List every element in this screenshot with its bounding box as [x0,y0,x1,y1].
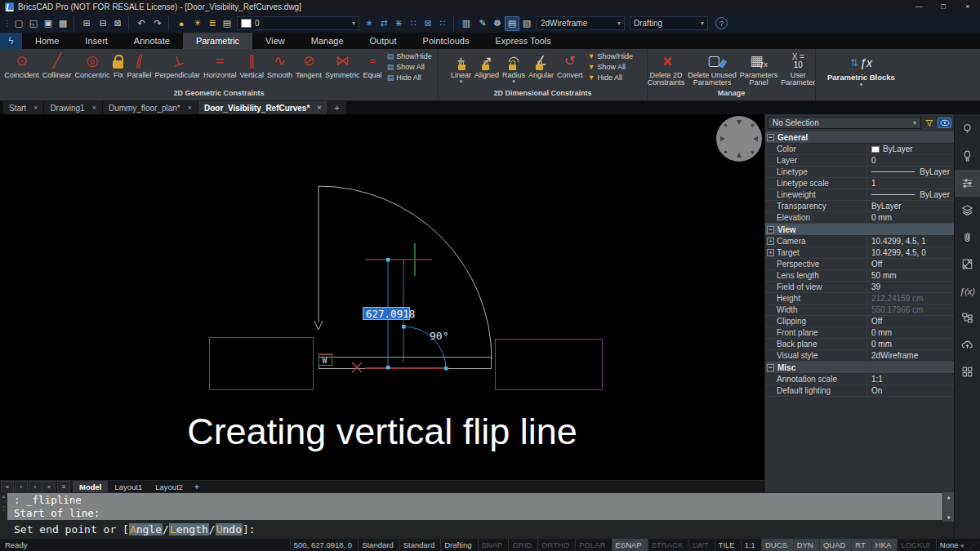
toolbar-icon[interactable]: ∷ [435,16,450,31]
first-layout-button[interactable]: « [1,481,14,493]
attachments-paperclip-icon[interactable] [955,224,980,251]
new-document-tab-button[interactable]: + [328,101,346,114]
hotair-balloon-icon[interactable] [955,143,980,170]
manage-button[interactable]: ▦ƒx Parameters Panel [738,51,780,87]
command-prompt[interactable]: Set end point or [Angle/Length/Undo]: [7,522,942,536]
constraint-button[interactable]: ⊙ Coincident [2,51,41,79]
property-row[interactable]: + Camera 10.4299, 4.5, 1 [765,236,954,247]
properties-panel-icon[interactable] [955,170,980,197]
close-icon[interactable]: × [33,104,38,112]
property-row[interactable]: Back plane 0 mm [765,339,954,350]
status-toggle[interactable]: QUAD [819,539,851,551]
close-icon[interactable]: × [317,104,321,112]
ribbon-tab[interactable]: Manage [298,33,357,49]
hide-all-button[interactable]: ▼Hide All [588,73,633,82]
constraint-button[interactable]: ∥ Vertical [238,51,266,79]
toolbar-icon[interactable]: ↶ [128,16,150,31]
selection-dropdown[interactable]: No Selection ▾ [768,117,921,129]
ribbon-tab[interactable]: Output [357,33,410,49]
section-header[interactable]: − View [765,224,954,236]
toolbar-icon[interactable]: ◱ [26,16,41,31]
section-header[interactable]: − General [765,131,954,144]
ribbon-tab[interactable]: Pointclouds [410,33,483,49]
toolbar-icon[interactable]: ▣ [41,16,56,31]
status-toggle[interactable]: GRID [508,539,537,551]
dimension-value[interactable]: 627.0918 [366,308,415,320]
toolbar-icon[interactable]: ⊟ [96,16,110,31]
ribbon-tab[interactable]: Express Tools [482,33,564,49]
collapse-icon[interactable]: − [767,134,774,141]
toolbar-icon[interactable]: ▤ [505,16,519,31]
layout-tab[interactable]: Layout1 [108,481,149,493]
expand-icon[interactable]: + [767,249,774,256]
show-hide-button[interactable]: ▤Show/Hide [387,51,432,61]
manage-button[interactable]: ▢ Delete Unused Parameters [686,51,738,87]
status-toggle[interactable]: DUCS [761,539,793,551]
drawing-canvas[interactable]: 90° 627.0918 W Creating vertical flip li… [0,114,764,480]
grip[interactable] [386,366,390,370]
layers-icon[interactable] [955,197,980,224]
constraint-button[interactable]: ⊥ Perpendicular [153,51,202,79]
constraint-button[interactable]: ∿ Smooth [265,51,294,79]
navigation-compass[interactable] [716,116,762,162]
wall-left[interactable] [210,338,314,390]
ribbon-tab[interactable]: Parametric [183,33,252,49]
dimension-constraint-button[interactable]: ↗ Aligned ▾ [473,51,501,83]
workspace-dropdown[interactable]: Drafting ▾ [630,16,708,30]
add-layout-button[interactable]: + [189,482,204,491]
toolbar-icon[interactable]: ▧ [519,16,534,31]
status-toggle[interactable]: DYN [793,539,819,551]
close-icon[interactable]: × [2,494,5,500]
property-row[interactable]: Field of view 39 [765,282,954,293]
grip[interactable] [402,325,406,329]
ribbon-tab[interactable]: View [252,33,298,49]
collapse-icon[interactable]: − [767,364,774,371]
parameters-fx-icon[interactable]: ƒ(x) [955,278,980,304]
next-layout-button[interactable]: › [29,481,42,493]
status-toggle[interactable]: None▾ [936,539,967,551]
document-tab[interactable]: Dummy_floor_plan* × [103,101,198,114]
status-toggle[interactable]: ORTHO [537,539,575,551]
show-hide-button[interactable]: ▼Show/Hide [588,51,633,61]
toolbar-icon[interactable]: ⊠ [421,16,435,31]
toolbar-icon[interactable]: ∗ [362,16,376,31]
application-menu-button[interactable]: ϟ [0,33,22,49]
cloud-upload-icon[interactable] [955,331,980,358]
expand-icon[interactable]: + [767,238,774,245]
property-row[interactable]: Clipping Off [765,316,954,327]
constraint-button[interactable]: ⊘ Tangent [294,51,323,79]
property-row[interactable]: Perspective Off [765,259,954,270]
toolbar-icon[interactable]: ▤ [220,16,234,31]
toolbar-icon[interactable]: ● [168,16,190,31]
manage-button[interactable]: × Delete 2D Constraints [646,51,687,87]
constraint-button[interactable]: = Horizontal [202,51,238,79]
constraint-button[interactable]: ⋈ Symmetric [323,51,362,79]
property-row[interactable]: Default lighting On [765,385,954,397]
close-icon[interactable]: × [188,104,192,112]
last-layout-button[interactable]: » [42,481,56,493]
toolbar-icon[interactable]: ⊠ [110,16,125,31]
toolbar-icon[interactable]: ⋮ [3,16,11,31]
document-tab[interactable]: Door_Visibility_RefCurves* × [198,101,327,114]
components-grid-icon[interactable] [955,358,980,385]
document-tab[interactable]: Start × [3,101,43,114]
property-row[interactable]: Layer 0 [765,155,954,167]
scroll-down-icon[interactable]: ▼ [947,514,951,520]
scroll-up-icon[interactable]: ▲ [947,494,951,500]
layer-dropdown[interactable]: 0 ▾ [237,16,359,30]
property-row[interactable]: Color ByLayer [765,144,954,155]
door-slab[interactable] [319,358,492,369]
dimension-constraint-button[interactable]: ↺ Convert ▾ [555,51,585,83]
property-row[interactable]: + Target 10.4299, 4.5, 0 [765,247,954,259]
previous-layout-button[interactable]: ‹ [15,481,28,493]
constraint-button[interactable]: ╱ Collinear [41,51,74,79]
visual-style-dropdown[interactable]: 2dWireframe ▾ [537,16,625,30]
drag-handle-icon[interactable]: ⋮ [1,505,7,512]
collapse-icon[interactable]: − [767,226,774,233]
ribbon-tab[interactable]: Insert [72,33,121,49]
status-toggle[interactable]: ESNAP [612,539,648,551]
dimension-constraint-button[interactable]: ∠ Angular ▾ [527,51,555,83]
close-icon[interactable]: × [92,104,96,112]
constraint-button[interactable]: ◎ Concentric [73,51,111,79]
status-toggle[interactable]: 1:1 [741,539,761,551]
